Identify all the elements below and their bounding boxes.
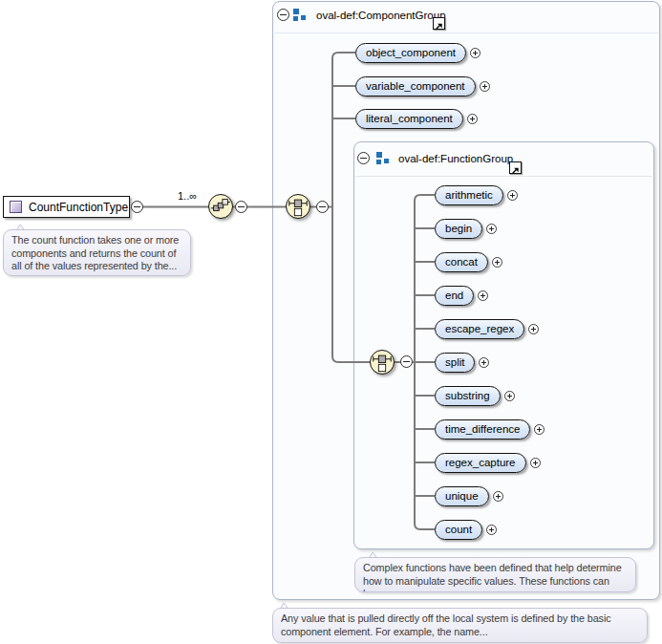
element-row-variable_component: variable_component	[355, 76, 490, 97]
expand-plus-icon[interactable]	[480, 81, 490, 92]
element-count[interactable]: count	[435, 520, 482, 540]
component-group-annotation: Any value that is pulled directly off th…	[272, 608, 648, 643]
element-row-arithmetic: arithmetic	[435, 185, 518, 205]
element-row-unique: unique	[435, 486, 503, 506]
expand-plus-icon[interactable]	[486, 224, 497, 234]
collapse-minus-icon[interactable]	[400, 355, 413, 368]
component-group-header-divider	[274, 32, 658, 33]
element-time_difference[interactable]: time_difference	[435, 419, 530, 440]
element-substring[interactable]: substring	[435, 386, 501, 406]
element-row-split: split	[435, 353, 489, 373]
expand-plus-icon[interactable]	[478, 290, 488, 301]
collapse-minus-icon[interactable]	[235, 201, 247, 213]
function-group-annotation: Complex functions have been defined that…	[354, 557, 636, 592]
element-concat[interactable]: concat	[435, 252, 488, 272]
expand-plus-icon[interactable]	[467, 114, 478, 124]
element-row-object_component: object_component	[355, 43, 480, 63]
root-annotation: The count function takes one or more com…	[3, 229, 191, 276]
component-group-title: oval-def:ComponentGroup	[316, 10, 446, 21]
choice-compositor-icon[interactable]	[286, 194, 310, 219]
element-end[interactable]: end	[435, 286, 474, 306]
expand-plus-icon[interactable]	[530, 458, 541, 468]
element-escape_regex[interactable]: escape_regex	[435, 319, 524, 339]
element-regex_capture[interactable]: regex_capture	[435, 453, 526, 473]
choice-compositor-icon[interactable]	[370, 350, 395, 375]
element-split[interactable]: split	[435, 353, 475, 373]
expand-plus-icon[interactable]	[534, 424, 545, 435]
complex-type-icon	[10, 201, 22, 213]
expand-plus-icon[interactable]	[486, 525, 497, 535]
go-to-definition-icon[interactable]	[433, 17, 445, 30]
element-unique[interactable]: unique	[435, 486, 489, 506]
expand-plus-icon[interactable]	[504, 391, 515, 401]
model-group-icon	[293, 9, 307, 22]
function-group-header-divider	[355, 176, 652, 177]
element-begin[interactable]: begin	[435, 219, 482, 239]
collapse-minus-icon[interactable]	[131, 201, 143, 213]
element-row-escape_regex: escape_regex	[435, 319, 539, 339]
collapse-minus-icon[interactable]	[357, 152, 370, 164]
expand-plus-icon[interactable]	[507, 190, 518, 201]
element-row-regex_capture: regex_capture	[435, 453, 541, 473]
element-row-end: end	[435, 286, 488, 306]
element-object_component[interactable]: object_component	[355, 43, 466, 63]
occurrence-label: 1..∞	[178, 190, 197, 202]
element-row-substring: substring	[435, 386, 515, 406]
go-to-definition-icon[interactable]	[509, 161, 522, 174]
expand-plus-icon[interactable]	[479, 357, 489, 368]
element-arithmetic[interactable]: arithmetic	[435, 185, 503, 205]
count-function-type-node[interactable]: CountFunctionType	[3, 196, 130, 218]
element-row-time_difference: time_difference	[435, 419, 545, 440]
schema-diagram: oval-def:ComponentGroup oval-def:Functio…	[0, 0, 662, 644]
expand-plus-icon[interactable]	[470, 48, 480, 58]
element-row-literal_component: literal_component	[355, 109, 478, 129]
element-row-concat: concat	[435, 252, 502, 272]
node-label: CountFunctionType	[29, 201, 128, 214]
element-variable_component[interactable]: variable_component	[355, 76, 476, 97]
element-row-begin: begin	[435, 219, 497, 239]
collapse-minus-icon[interactable]	[316, 201, 329, 213]
expand-plus-icon[interactable]	[493, 491, 503, 502]
element-row-count: count	[435, 520, 497, 540]
expand-plus-icon[interactable]	[492, 257, 502, 268]
model-group-icon	[376, 152, 390, 165]
sequence-compositor-icon[interactable]	[208, 194, 233, 219]
collapse-minus-icon[interactable]	[277, 9, 289, 21]
function-group-title: oval-def:FunctionGroup	[398, 153, 513, 164]
element-literal_component[interactable]: literal_component	[355, 109, 463, 129]
expand-plus-icon[interactable]	[528, 324, 539, 334]
